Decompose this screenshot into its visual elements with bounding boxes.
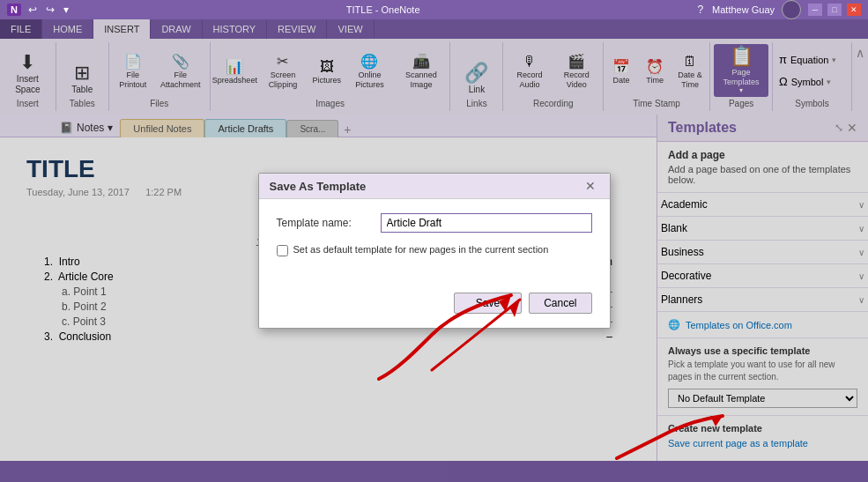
redo-button[interactable]: ↪ [44, 2, 56, 18]
modal-header: Save As Template ✕ [259, 174, 610, 199]
undo-button[interactable]: ↩ [26, 2, 39, 18]
modal-title: Save As Template [270, 180, 367, 193]
window-title: TITLE - OneNote [70, 4, 695, 15]
template-name-input[interactable] [381, 213, 592, 233]
modal-body: Template name: Set as default template f… [259, 199, 610, 285]
modal-footer: Save Cancel [259, 285, 610, 328]
default-template-checkbox[interactable] [277, 245, 288, 256]
title-bar: N ↩ ↪ ▾ TITLE - OneNote ? Matthew Guay ─… [0, 0, 868, 19]
app-logo: N ↩ ↪ ▾ [7, 2, 70, 18]
modal-close-button[interactable]: ✕ [582, 179, 599, 193]
maximize-button[interactable]: □ [827, 4, 842, 16]
close-button[interactable]: ✕ [847, 4, 861, 16]
minimize-button[interactable]: ─ [808, 4, 822, 16]
default-template-checkbox-label: Set as default template for new pages in… [293, 243, 549, 256]
customize-button[interactable]: ▾ [62, 2, 70, 18]
user-name: Matthew Guay [712, 4, 775, 15]
save-as-template-dialog: Save As Template ✕ Template name: Set as… [258, 173, 611, 328]
cancel-template-button[interactable]: Cancel [529, 293, 591, 314]
modal-overlay: Save As Template ✕ Template name: Set as… [0, 19, 868, 482]
user-avatar [782, 0, 801, 19]
quick-access[interactable]: N ↩ ↪ ▾ [7, 2, 70, 18]
help-button[interactable]: ? [695, 2, 705, 18]
template-name-label: Template name: [277, 217, 374, 229]
save-template-button[interactable]: Save [454, 293, 522, 314]
default-template-row: Set as default template for new pages in… [277, 243, 592, 256]
window-controls[interactable]: ─ □ ✕ [808, 4, 861, 16]
template-name-row: Template name: [277, 213, 592, 233]
